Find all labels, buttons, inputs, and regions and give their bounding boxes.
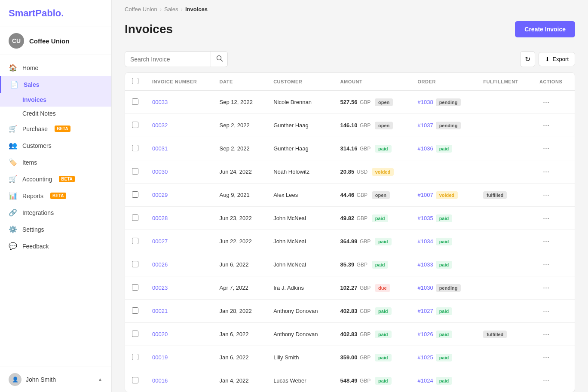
- actions-cell: ···: [533, 230, 575, 253]
- sidebar-item-reports[interactable]: 📊 Reports BETA: [0, 187, 111, 204]
- org-area[interactable]: CU Coffee Union: [0, 27, 111, 55]
- actions-button[interactable]: ···: [539, 235, 553, 248]
- settings-icon: ⚙️: [9, 225, 17, 233]
- sidebar-item-integrations[interactable]: 🔗 Integrations: [0, 204, 111, 221]
- order-link[interactable]: #1036: [417, 145, 433, 152]
- invoice-link[interactable]: 00016: [152, 377, 168, 384]
- row-checkbox[interactable]: [132, 98, 138, 105]
- row-checkbox[interactable]: [132, 214, 138, 221]
- order-link[interactable]: #1037: [417, 122, 433, 129]
- search-input[interactable]: [125, 52, 211, 67]
- invoice-link[interactable]: 00019: [152, 354, 168, 361]
- actions-button[interactable]: ···: [539, 351, 553, 364]
- table-row: 00019 Jan 6, 2022 Lilly Smith 359.00 GBP…: [125, 346, 575, 369]
- table-row: 00023 Apr 7, 2022 Ira J. Adkins 102.27 G…: [125, 276, 575, 300]
- invoice-link[interactable]: 00028: [152, 215, 168, 221]
- order-link[interactable]: #1038: [417, 99, 433, 105]
- create-invoice-button[interactable]: Create Invoice: [515, 21, 575, 37]
- actions-button[interactable]: ···: [539, 96, 553, 108]
- sidebar-item-label: Customers: [22, 142, 52, 149]
- row-checkbox-cell: [125, 276, 145, 300]
- order-link[interactable]: #1034: [417, 238, 433, 245]
- row-checkbox[interactable]: [132, 331, 138, 337]
- order-link[interactable]: #1030: [417, 285, 433, 291]
- reports-icon: 📊: [9, 192, 17, 200]
- date-cell: Aug 9, 2021: [213, 184, 267, 207]
- row-checkbox-cell: [125, 369, 145, 392]
- actions-button[interactable]: ···: [539, 328, 553, 340]
- search-button[interactable]: [211, 52, 228, 67]
- order-group: #1007 voided: [417, 191, 469, 199]
- actions-button[interactable]: ···: [539, 142, 553, 155]
- sidebar-item-settings[interactable]: ⚙️ Settings: [0, 221, 111, 238]
- export-button[interactable]: ⬇ Export: [539, 52, 575, 66]
- invoice-link[interactable]: 00020: [152, 331, 168, 337]
- order-link[interactable]: #1026: [417, 331, 433, 337]
- main-nav: 🏠 Home 📄 Sales Invoices Credit Notes 🛒 P…: [0, 55, 111, 367]
- actions-button[interactable]: ···: [539, 189, 553, 201]
- sidebar-item-invoices[interactable]: Invoices: [0, 93, 111, 107]
- row-checkbox[interactable]: [132, 284, 138, 291]
- row-checkbox[interactable]: [132, 191, 138, 198]
- sidebar-item-credit-notes[interactable]: Credit Notes: [0, 107, 111, 120]
- invoice-link[interactable]: 00029: [152, 192, 168, 198]
- select-all-checkbox[interactable]: [132, 78, 138, 84]
- row-checkbox[interactable]: [132, 307, 138, 314]
- breadcrumb-org[interactable]: Coffee Union: [125, 6, 157, 12]
- row-checkbox[interactable]: [132, 377, 138, 383]
- breadcrumb-sales[interactable]: Sales: [164, 6, 178, 12]
- sidebar-item-home[interactable]: 🏠 Home: [0, 59, 111, 76]
- order-link[interactable]: #1035: [417, 215, 433, 221]
- amount-currency: GBP: [360, 308, 371, 314]
- order-link[interactable]: #1024: [417, 377, 433, 384]
- invoice-link[interactable]: 00032: [152, 122, 168, 129]
- order-link[interactable]: #1025: [417, 354, 433, 361]
- row-checkbox[interactable]: [132, 168, 138, 175]
- invoice-link[interactable]: 00030: [152, 168, 168, 175]
- actions-button[interactable]: ···: [539, 258, 553, 271]
- invoice-link[interactable]: 00023: [152, 285, 168, 291]
- row-checkbox[interactable]: [132, 122, 138, 128]
- actions-button[interactable]: ···: [539, 374, 553, 387]
- actions-button[interactable]: ···: [539, 165, 553, 178]
- amount-currency: GBP: [360, 99, 371, 105]
- actions-button[interactable]: ···: [539, 282, 553, 294]
- sidebar-item-items[interactable]: 🏷️ Items: [0, 154, 111, 171]
- amount-cell: 102.27 GBP due: [334, 276, 411, 300]
- actions-button[interactable]: ···: [539, 212, 553, 224]
- accounting-icon: 🛒: [9, 175, 17, 183]
- row-checkbox[interactable]: [132, 354, 138, 360]
- sidebar: SmartPablo. CU Coffee Union 🏠 Home 📄 Sal…: [0, 0, 112, 392]
- invoice-link[interactable]: 00033: [152, 99, 168, 105]
- fulfillment-cell: [476, 300, 533, 323]
- customer-cell: Gunther Haag: [266, 114, 333, 137]
- row-checkbox-cell: [125, 137, 145, 160]
- sidebar-item-purchase[interactable]: 🛒 Purchase BETA: [0, 120, 111, 137]
- order-link[interactable]: #1027: [417, 308, 433, 314]
- refresh-button[interactable]: ↻: [520, 51, 535, 67]
- invoice-link[interactable]: 00027: [152, 238, 168, 245]
- org-name: Coffee Union: [29, 37, 69, 45]
- row-checkbox[interactable]: [132, 145, 138, 151]
- row-checkbox[interactable]: [132, 238, 138, 244]
- sidebar-item-feedback[interactable]: 💬 Feedback: [0, 238, 111, 254]
- invoice-link[interactable]: 00021: [152, 308, 168, 314]
- actions-button[interactable]: ···: [539, 305, 553, 317]
- invoice-link[interactable]: 00031: [152, 145, 168, 152]
- row-checkbox[interactable]: [132, 261, 138, 267]
- date-cell: Jun 23, 2022: [213, 207, 267, 230]
- actions-button[interactable]: ···: [539, 119, 553, 132]
- avatar: 👤: [9, 373, 21, 386]
- customer-cell: Gunther Haag: [266, 137, 333, 160]
- sidebar-item-accounting[interactable]: 🛒 Accounting BETA: [0, 171, 111, 187]
- status-badge: voided: [372, 168, 394, 176]
- amount-value: 85.39: [340, 261, 355, 268]
- sidebar-item-sales[interactable]: 📄 Sales: [0, 76, 111, 93]
- order-link[interactable]: #1007: [417, 192, 433, 198]
- order-link[interactable]: #1033: [417, 261, 433, 268]
- customers-icon: 👥: [9, 141, 17, 150]
- th-amount: AMOUNT: [334, 73, 411, 91]
- user-area[interactable]: 👤 John Smith ▲: [0, 367, 111, 392]
- invoice-link[interactable]: 00026: [152, 261, 168, 268]
- sidebar-item-customers[interactable]: 👥 Customers: [0, 137, 111, 154]
